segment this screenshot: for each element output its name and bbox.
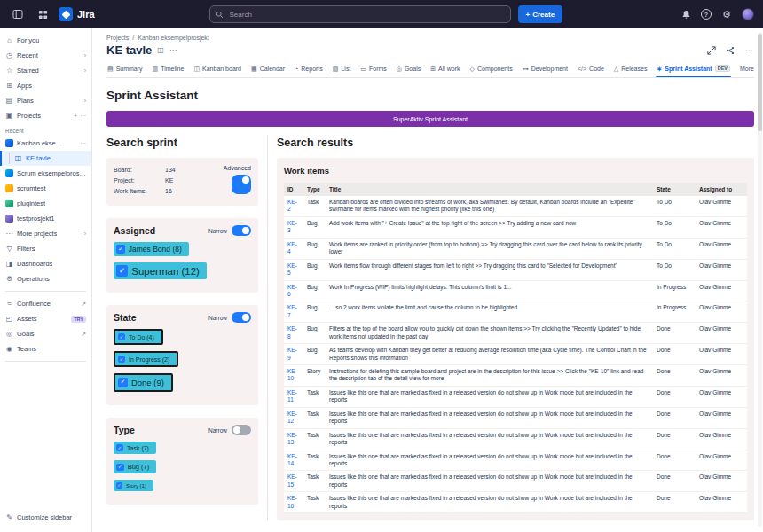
sidebar-project-plugintest[interactable]: plugintest xyxy=(0,196,91,211)
notifications-bell-icon[interactable] xyxy=(677,5,695,23)
work-item-link[interactable]: KE-16 xyxy=(287,495,297,508)
sidebar-item-operations[interactable]: ⚙ Operations xyxy=(0,271,91,286)
sidebar-item-recent[interactable]: ◷ Recent › xyxy=(0,48,91,63)
sidebar-project-scrum[interactable]: Scrum eksempelprosjekt xyxy=(0,166,91,181)
tab-reports[interactable]: ◔Reports xyxy=(294,65,324,73)
checkbox-checked-icon[interactable]: ✓ xyxy=(116,265,128,277)
tab-timeline[interactable]: ▥Timeline xyxy=(152,65,185,73)
filters-icon: ▽ xyxy=(5,246,13,253)
board-type-icon[interactable]: ◫ xyxy=(157,46,164,54)
work-item-type: Task xyxy=(303,386,326,407)
sidebar-item-for-you[interactable]: ⌂ For you xyxy=(0,33,91,48)
checkbox-checked-icon[interactable]: ✓ xyxy=(116,245,125,254)
work-item-link[interactable]: KE-15 xyxy=(287,473,297,487)
advanced-toggle[interactable] xyxy=(232,175,251,194)
breadcrumb-project-link[interactable]: Kanban eksempelprosjekt xyxy=(138,35,209,41)
work-item-link[interactable]: KE-6 xyxy=(287,284,297,297)
topbar-center-group: + Create xyxy=(102,5,670,23)
more-icon[interactable]: ⋯ xyxy=(743,45,754,56)
sidebar-item-goals[interactable]: ◎ Goals ↗ xyxy=(0,326,91,341)
tab-summary[interactable]: ▤Summary xyxy=(106,65,144,73)
search-input[interactable] xyxy=(228,10,505,20)
work-item-link[interactable]: KE-2 xyxy=(287,199,297,212)
sidebar-item-dashboards[interactable]: ◨ Dashboards xyxy=(0,256,91,271)
user-avatar[interactable] xyxy=(742,8,754,20)
help-icon[interactable]: ? xyxy=(701,9,712,20)
work-item-link[interactable]: KE-5 xyxy=(287,262,297,276)
sidebar-toggle-icon[interactable] xyxy=(9,5,27,23)
checkbox-checked-icon[interactable]: ✓ xyxy=(118,333,125,340)
sidebar-item-apps[interactable]: ⊞ Apps xyxy=(0,78,91,93)
checkbox-checked-icon[interactable]: ✓ xyxy=(118,356,125,363)
try-badge: TRY xyxy=(71,316,86,323)
sidebar-item-filters[interactable]: ▽ Filters xyxy=(0,241,91,256)
tab-development[interactable]: ⊶Development xyxy=(522,65,569,73)
filter-option-done[interactable]: ✓ Done (9) xyxy=(114,373,173,392)
tab-sprint-assistant[interactable]: ∗Sprint AssistantDEV xyxy=(656,64,731,73)
sidebar-item-assets[interactable]: ◰ Assets TRY xyxy=(0,311,91,326)
filter-option-bug[interactable]: ✓ Bug (7) xyxy=(114,460,156,473)
sidebar-item-confluence[interactable]: ≈ Confluence ↗ xyxy=(0,296,91,311)
tab-calendar[interactable]: ▦Calendar xyxy=(250,65,286,73)
tab-goals[interactable]: ◎Goals xyxy=(396,65,421,73)
work-item-link[interactable]: KE-13 xyxy=(287,432,297,445)
work-item-link[interactable]: KE-3 xyxy=(287,220,297,233)
jira-logo[interactable]: Jira xyxy=(59,7,95,21)
more-icon[interactable]: ⋯ xyxy=(80,140,86,147)
global-search-box[interactable] xyxy=(209,5,511,23)
filter-option-story[interactable]: ✓ Story (1) xyxy=(114,480,153,491)
expand-icon[interactable] xyxy=(706,45,717,56)
tab-more[interactable]: More3▾ xyxy=(739,65,754,73)
for-you-icon: ⌂ xyxy=(5,37,13,44)
scrollbar-thumb[interactable] xyxy=(758,34,762,131)
type-narrow-toggle[interactable] xyxy=(232,425,251,435)
sidebar-item-customize[interactable]: ✎ Customize sidebar xyxy=(0,510,91,525)
work-item-link[interactable]: KE-4 xyxy=(287,241,297,254)
tab-code[interactable]: </>Code xyxy=(577,65,605,73)
work-item-title: Issues like this one that are marked as … xyxy=(326,450,653,471)
work-item-link[interactable]: KE-7 xyxy=(287,304,297,317)
add-project-icon[interactable]: + xyxy=(74,113,77,120)
assigned-narrow-toggle[interactable] xyxy=(232,225,251,236)
sidebar-project-testprosjekt1[interactable]: testprosjekt1 xyxy=(0,211,91,226)
checkbox-checked-icon[interactable]: ✓ xyxy=(116,482,122,489)
state-narrow-toggle[interactable] xyxy=(232,312,251,323)
work-item-link[interactable]: KE-12 xyxy=(287,411,297,424)
filter-option-superman[interactable]: ✓ Superman (12) xyxy=(114,262,207,279)
checkbox-checked-icon[interactable]: ✓ xyxy=(118,378,128,387)
sidebar-project-kanban[interactable]: Kanban ekse... ⋯ xyxy=(0,136,91,151)
tab-list[interactable]: ▧List xyxy=(332,65,352,73)
work-item-link[interactable]: KE-11 xyxy=(287,389,297,403)
table-row: KE-11 Task Issues like this one that are… xyxy=(284,386,747,407)
sidebar-item-more-projects[interactable]: ⋯ More projects › xyxy=(0,226,91,241)
tab-components[interactable]: ◇Components xyxy=(469,65,514,73)
settings-gear-icon[interactable]: ⚙ xyxy=(718,5,735,23)
checkbox-checked-icon[interactable]: ✓ xyxy=(116,464,124,472)
sidebar-item-projects[interactable]: ▣ Projects + ⋯ xyxy=(0,108,91,123)
breadcrumb-projects-link[interactable]: Projects xyxy=(106,35,129,41)
board-more-icon[interactable]: ⋯ xyxy=(169,46,177,54)
share-icon[interactable] xyxy=(725,45,735,56)
tab-releases[interactable]: △Releases xyxy=(613,65,649,73)
work-item-link[interactable]: KE-9 xyxy=(287,347,297,360)
filter-option-james-bond[interactable]: ✓ James Bond (8) xyxy=(114,242,189,256)
work-item-link[interactable]: KE-14 xyxy=(287,453,297,466)
work-item-link[interactable]: KE-8 xyxy=(287,325,297,339)
sidebar-project-scrumtest[interactable]: scrumtest xyxy=(0,181,91,196)
tab-forms[interactable]: ▭Forms xyxy=(359,65,387,73)
sidebar-board-ke-tavle[interactable]: ◫ KE tavle xyxy=(0,151,91,166)
checkbox-checked-icon[interactable]: ✓ xyxy=(116,444,123,451)
tab-all-work[interactable]: ⊞All work xyxy=(429,65,460,73)
more-icon[interactable]: ⋯ xyxy=(80,113,86,120)
tab-kanban-board[interactable]: ◫Kanban board xyxy=(193,65,242,73)
work-item-link[interactable]: KE-10 xyxy=(287,368,297,381)
create-button[interactable]: + Create xyxy=(518,5,563,23)
filter-option-to-do[interactable]: ✓ To Do (4) xyxy=(114,329,163,345)
sidebar-item-plans[interactable]: ▤ Plans › xyxy=(0,93,91,108)
filter-option-task[interactable]: ✓ Task (7) xyxy=(114,442,156,454)
window-scrollbar[interactable] xyxy=(758,32,762,527)
sidebar-item-starred[interactable]: ☆ Starred › xyxy=(0,63,91,78)
sidebar-item-teams[interactable]: ◉ Teams xyxy=(0,341,91,356)
app-switcher-icon[interactable] xyxy=(34,5,51,23)
filter-option-in-progress[interactable]: ✓ In Progress (2) xyxy=(114,351,178,367)
